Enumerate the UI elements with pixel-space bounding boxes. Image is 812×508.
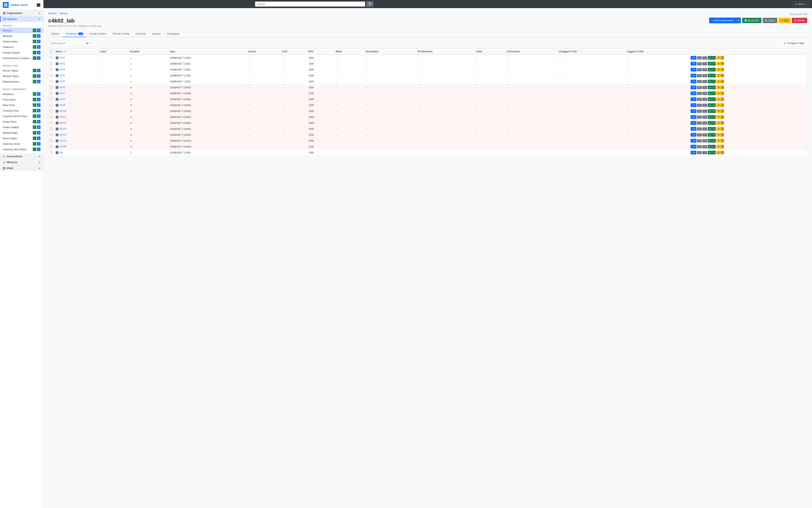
- sidebar-item-virtual-chassis[interactable]: Virtual Chassis + ⬆: [0, 50, 43, 55]
- col-mode[interactable]: Mode: [334, 49, 364, 55]
- row-cable-btn[interactable]: [697, 56, 702, 59]
- sidebar-item-organization[interactable]: Organization ▶: [0, 10, 43, 16]
- platforms-add-btn[interactable]: +: [33, 45, 36, 49]
- row-add-btn[interactable]: + ▾: [690, 62, 696, 66]
- ii-import-btn[interactable]: ⬆: [37, 142, 41, 145]
- row-edit-btn[interactable]: [708, 109, 713, 113]
- tab-changelog[interactable]: Changelog: [164, 31, 182, 37]
- sidebar-item-device-bays[interactable]: Device Bays + ⬆: [0, 135, 43, 141]
- sidebar-group-connections[interactable]: Connections ▶: [0, 153, 43, 159]
- row-cable-btn[interactable]: [697, 133, 702, 136]
- row-trace-btn[interactable]: [703, 145, 707, 148]
- sidebar-item-manufacturers[interactable]: Manufacturers + ⬆: [0, 79, 43, 84]
- col-name[interactable]: Name ▾✕: [54, 49, 98, 55]
- row-trace-btn[interactable]: [703, 62, 707, 66]
- eye-button[interactable]: ▾: [84, 41, 93, 46]
- pp-add-btn[interactable]: +: [33, 120, 36, 123]
- app-logo[interactable]: netbox cloud ⬛: [0, 0, 43, 10]
- row-cable-btn[interactable]: [697, 62, 702, 66]
- row-add-btn[interactable]: + ▾: [690, 86, 696, 89]
- modules-add-btn[interactable]: +: [33, 34, 36, 38]
- row-delete-btn[interactable]: [716, 56, 721, 60]
- row-edit-dropdown[interactable]: ▾: [713, 151, 716, 155]
- dt-add-btn[interactable]: +: [33, 69, 36, 72]
- row-edit-dropdown[interactable]: ▾: [713, 97, 716, 101]
- row-add-btn[interactable]: + ▾: [690, 80, 696, 83]
- iface-name-link[interactable]: te1/2: [60, 62, 65, 65]
- fp-add-btn[interactable]: +: [33, 98, 36, 101]
- row-checkbox-4[interactable]: [50, 80, 52, 83]
- sidebar-item-inventory-item-roles[interactable]: Inventory Item Roles + ⬆: [0, 146, 43, 152]
- clone-button[interactable]: Clone: [763, 18, 777, 23]
- sidebar-item-devices-group[interactable]: Devices ▼: [0, 16, 43, 22]
- row-add-btn[interactable]: + ▾: [690, 109, 696, 113]
- row-edit-btn[interactable]: [708, 139, 713, 142]
- sidebar-item-inventory-items[interactable]: Inventory Items + ⬆: [0, 141, 43, 146]
- search-input[interactable]: [255, 1, 365, 7]
- row-edit-dropdown[interactable]: ▾: [713, 56, 716, 60]
- vc-import-btn[interactable]: ⬆: [37, 51, 41, 54]
- row-delete-btn[interactable]: [716, 91, 721, 95]
- row-trace-btn[interactable]: [703, 116, 707, 119]
- row-delete-dropdown[interactable]: ▾: [721, 56, 724, 60]
- row-trace-btn[interactable]: [703, 68, 707, 71]
- row-delete-dropdown[interactable]: ▾: [721, 139, 724, 142]
- row-edit-dropdown[interactable]: ▾: [713, 74, 716, 77]
- vdc-add-btn[interactable]: +: [33, 56, 36, 60]
- row-add-btn[interactable]: + ▾: [690, 97, 696, 101]
- row-checkbox-1[interactable]: [50, 62, 52, 65]
- col-description[interactable]: Description: [364, 49, 416, 55]
- row-delete-dropdown[interactable]: ▾: [721, 115, 724, 119]
- row-edit-dropdown[interactable]: ▾: [713, 109, 716, 113]
- row-edit-btn[interactable]: [708, 97, 713, 101]
- iface-name-link[interactable]: te1/5: [60, 80, 65, 83]
- row-delete-dropdown[interactable]: ▾: [721, 62, 724, 66]
- row-edit-btn[interactable]: [708, 115, 713, 119]
- row-edit-dropdown[interactable]: ▾: [713, 133, 716, 137]
- row-edit-dropdown[interactable]: ▾: [713, 145, 716, 149]
- dt-import-btn[interactable]: ⬆: [37, 69, 41, 72]
- row-delete-btn[interactable]: [716, 109, 721, 113]
- mb-import-btn[interactable]: ⬆: [37, 131, 41, 134]
- rp-add-btn[interactable]: +: [33, 103, 36, 107]
- row-delete-dropdown[interactable]: ▾: [721, 80, 724, 83]
- breadcrumb-devices[interactable]: Devices: [48, 12, 57, 15]
- row-edit-dropdown[interactable]: ▾: [713, 86, 716, 89]
- sidebar-item-power-ports[interactable]: Power Ports + ⬆: [0, 119, 43, 124]
- row-checkbox-5[interactable]: [50, 86, 52, 88]
- iface-name-link[interactable]: te1/11: [60, 116, 66, 118]
- row-delete-dropdown[interactable]: ▾: [721, 133, 724, 137]
- row-checkbox-12[interactable]: [50, 127, 52, 130]
- row-edit-btn[interactable]: [708, 133, 713, 137]
- row-add-btn[interactable]: + ▾: [690, 145, 696, 149]
- row-delete-btn[interactable]: [716, 127, 721, 131]
- row-trace-btn[interactable]: [703, 139, 707, 142]
- row-edit-dropdown[interactable]: ▾: [713, 62, 716, 66]
- row-edit-btn[interactable]: [708, 86, 713, 89]
- row-delete-btn[interactable]: [716, 151, 721, 155]
- col-type[interactable]: Type: [168, 49, 247, 55]
- row-cable-btn[interactable]: [697, 139, 702, 142]
- device-roles-add-btn[interactable]: +: [33, 40, 36, 43]
- row-add-btn[interactable]: + ▾: [690, 103, 696, 107]
- row-checkbox-11[interactable]: [50, 122, 52, 124]
- breadcrumb-default[interactable]: Default: [60, 12, 67, 15]
- row-edit-btn[interactable]: [708, 68, 713, 72]
- sidebar-item-device-roles[interactable]: Device Roles + ⬆: [0, 39, 43, 44]
- iface-name-link[interactable]: te1/7: [60, 92, 65, 95]
- row-add-btn[interactable]: + ▾: [690, 68, 696, 72]
- row-trace-btn[interactable]: [703, 104, 707, 107]
- row-delete-btn[interactable]: [716, 115, 721, 119]
- sidebar-item-module-types[interactable]: Module Types + ⬆: [0, 73, 43, 79]
- add-components-dropdown[interactable]: ▾: [736, 18, 741, 23]
- mt-add-btn[interactable]: +: [33, 74, 36, 78]
- row-delete-btn[interactable]: [716, 133, 721, 137]
- tab-device[interactable]: Device: [48, 31, 62, 37]
- row-edit-btn[interactable]: [708, 121, 713, 125]
- row-cable-btn[interactable]: [697, 74, 702, 77]
- sidebar-item-vdc[interactable]: Virtual Device Contexts + ⬆: [0, 55, 43, 61]
- iface-name-link[interactable]: te1/13: [60, 127, 66, 130]
- row-edit-btn[interactable]: [708, 62, 713, 66]
- tab-journal[interactable]: Journal: [149, 31, 164, 37]
- row-delete-dropdown[interactable]: ▾: [721, 127, 724, 131]
